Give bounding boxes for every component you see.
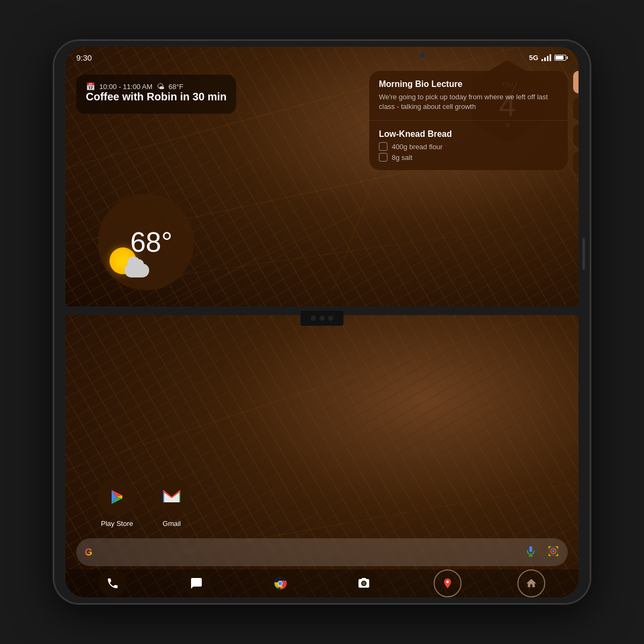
svg-point-14 bbox=[362, 582, 365, 585]
dock-camera[interactable] bbox=[350, 569, 378, 597]
weather-temperature: 68° bbox=[130, 228, 173, 256]
play-store-label: Play Store bbox=[101, 519, 133, 528]
battery-icon bbox=[554, 55, 568, 61]
play-store-icon bbox=[98, 478, 136, 516]
app-icons-row: Play Store bbox=[98, 478, 191, 528]
calendar-icon: 📅 bbox=[86, 82, 95, 91]
notification-title: Coffee with Robin in 30 min bbox=[86, 91, 226, 103]
notes-content: Morning Bio Lecture We're going to pick … bbox=[369, 71, 568, 170]
gmail-icon bbox=[152, 478, 191, 516]
weather-widget[interactable]: 68° bbox=[98, 194, 194, 290]
weather-small-icon: 🌤 bbox=[157, 82, 164, 91]
notification-detail: 📅 10:00 - 11:00 AM 🌤 68°F bbox=[86, 82, 226, 91]
dock-phone[interactable] bbox=[99, 569, 127, 597]
note-2[interactable]: Low-Knead Bread 400g bread flour 8g salt bbox=[369, 121, 568, 170]
foldable-device: 9:30 5G bbox=[54, 40, 590, 604]
notification-card[interactable]: 📅 10:00 - 11:00 AM 🌤 68°F Coffee with Ro… bbox=[76, 75, 236, 114]
power-button[interactable] bbox=[582, 238, 585, 270]
notification-time: 10:00 - 11:00 AM bbox=[99, 83, 152, 91]
svg-point-15 bbox=[447, 581, 449, 583]
gmail-label: Gmail bbox=[163, 519, 181, 528]
wallpaper-bottom: Play Store bbox=[65, 315, 579, 597]
notes-check-button[interactable]: ☑ bbox=[573, 98, 579, 120]
search-mic-icon[interactable] bbox=[525, 545, 537, 560]
dock-home[interactable] bbox=[517, 569, 545, 597]
notification-weather: 68°F bbox=[169, 83, 184, 91]
note-1-body: We're going to pick up today from where … bbox=[379, 92, 558, 112]
checkbox-1 bbox=[379, 142, 387, 151]
notes-mic-button[interactable]: 🎤 bbox=[573, 125, 579, 147]
notes-widget[interactable]: Morning Bio Lecture We're going to pick … bbox=[369, 71, 568, 170]
svg-point-13 bbox=[279, 582, 282, 586]
device-hinge bbox=[301, 311, 343, 326]
top-screen: 9:30 5G bbox=[65, 47, 579, 306]
note-2-item-1: 400g bread flour bbox=[379, 142, 558, 151]
note-1[interactable]: Morning Bio Lecture We're going to pick … bbox=[369, 71, 568, 121]
note-2-item-2: 8g salt bbox=[379, 153, 558, 162]
search-lens-icon[interactable] bbox=[547, 545, 559, 559]
status-time: 9:30 bbox=[76, 53, 92, 62]
note-1-title: Morning Bio Lecture bbox=[379, 79, 558, 89]
search-bar[interactable]: G bbox=[76, 538, 568, 566]
checkbox-2 bbox=[379, 153, 387, 162]
dock-messages[interactable] bbox=[182, 569, 210, 597]
note-2-title: Low-Knead Bread bbox=[379, 129, 558, 139]
gmail-app[interactable]: Gmail bbox=[152, 478, 191, 528]
notes-add-button[interactable]: + bbox=[573, 71, 579, 93]
play-store-app[interactable]: Play Store bbox=[98, 478, 136, 528]
google-g-logo: G bbox=[85, 547, 92, 558]
notes-edit-button[interactable]: ✏ bbox=[573, 151, 579, 174]
svg-point-9 bbox=[552, 550, 554, 552]
wallpaper-top: 9:30 5G bbox=[65, 47, 579, 306]
bottom-dock bbox=[65, 569, 579, 597]
notes-action-buttons: + ☑ 🎤 ✏ bbox=[573, 71, 579, 174]
dock-maps[interactable] bbox=[434, 569, 462, 597]
bottom-screen: Play Store bbox=[65, 315, 579, 597]
dock-chrome[interactable] bbox=[266, 569, 294, 597]
svg-rect-4 bbox=[529, 546, 532, 552]
